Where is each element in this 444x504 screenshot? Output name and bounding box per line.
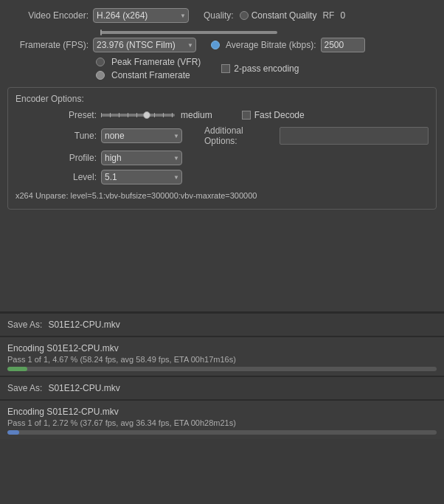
tune-select[interactable]: none film animation grain: [101, 128, 182, 143]
profile-select-wrapper: auto baseline main high high10: [101, 151, 182, 165]
preset-row: Preset: medium: [8, 107, 436, 123]
progress-fill-2: [7, 430, 19, 435]
encoder-options-title: Encoder Options:: [8, 94, 436, 107]
video-encoder-select[interactable]: H.264 (x264): [93, 8, 189, 23]
constant-framerate-label: Constant Framerate: [111, 70, 190, 80]
tick-8: [172, 113, 173, 117]
constant-framerate-radio[interactable]: [96, 71, 105, 80]
preset-thumb[interactable]: [143, 111, 150, 119]
tune-label: Tune:: [15, 131, 97, 141]
encoder-options-box: Encoder Options: Preset:: [7, 87, 437, 210]
progress-track-2: [7, 430, 437, 435]
peak-framerate-radio[interactable]: [96, 58, 105, 66]
video-encoder-row: Video Encoder: H.264 (x264) Quality: Con…: [0, 6, 444, 25]
preset-label: Preset:: [15, 110, 97, 120]
video-encoder-select-wrapper: H.264 (x264): [93, 8, 189, 23]
tick-6: [154, 113, 155, 117]
framerate-options-row: Peak Framerate (VFR) Constant Framerate …: [0, 55, 444, 83]
bitrate-section: Average Bitrate (kbps): 2500: [211, 38, 365, 52]
average-bitrate-label: Average Bitrate (kbps):: [226, 40, 316, 50]
tick-2: [119, 113, 119, 117]
progress-fill-1: [7, 367, 27, 371]
encoding-status-2: Pass 1 of 1, 2.72 % (37.67 fps, avg 36.3…: [7, 418, 437, 427]
level-row: Level: auto 5.0 5.1 5.2: [8, 168, 436, 187]
rf-slider-row: [0, 25, 444, 35]
level-label: Level:: [15, 172, 97, 182]
encoding-title-2: Encoding S01E12-CPU.mkv: [7, 407, 437, 417]
peak-framerate-row: Peak Framerate (VFR): [96, 57, 201, 67]
framerate-row: Framerate (FPS): 23.976 (NTSC Film) Aver…: [0, 35, 444, 55]
rf-slider-track: [100, 31, 277, 34]
constant-framerate-row: Constant Framerate: [96, 70, 201, 80]
fast-decode-section: Fast Decode: [242, 110, 305, 120]
video-encoder-label: Video Encoder:: [7, 10, 89, 21]
constant-quality-radio[interactable]: [240, 11, 249, 20]
tune-row: Tune: none film animation grain Addition…: [8, 123, 436, 148]
quality-section: Quality: Constant Quality RF 0: [204, 10, 345, 21]
rf-slider-container: [100, 27, 277, 34]
encoding-title-1: Encoding S01E12-CPU.mkv: [7, 343, 437, 353]
preset-value: medium: [181, 110, 212, 120]
save-as-value-1: S01E12-CPU.mkv: [48, 320, 119, 330]
framerate-select[interactable]: 23.976 (NTSC Film): [93, 38, 196, 52]
progress-track-1: [7, 367, 437, 371]
fast-decode-label: Fast Decode: [254, 110, 305, 120]
profile-label: Profile:: [15, 153, 97, 163]
preset-slider-track: [101, 114, 175, 117]
save-bar-2: Save As: S01E12-CPU.mkv: [0, 376, 444, 399]
tick-1: [110, 113, 111, 117]
two-pass-checkbox[interactable]: [221, 64, 230, 73]
encoder-panel: Video Encoder: H.264 (x264) Quality: Con…: [0, 0, 444, 312]
fast-decode-checkbox[interactable]: [242, 111, 251, 120]
peak-framerate-label: Peak Framerate (VFR): [111, 57, 201, 67]
rf-label: RF: [322, 10, 334, 21]
tick-7: [163, 113, 164, 117]
framerate-left: Framerate (FPS): 23.976 (NTSC Film): [7, 38, 196, 52]
level-select-wrapper: auto 5.0 5.1 5.2: [101, 170, 182, 184]
profile-select[interactable]: auto baseline main high high10: [101, 151, 182, 165]
profile-row: Profile: auto baseline main high high10: [8, 148, 436, 168]
tick-4: [136, 113, 137, 117]
additional-options-input[interactable]: [280, 127, 429, 145]
save-bar-1: Save As: S01E12-CPU.mkv: [0, 313, 444, 336]
level-select[interactable]: auto 5.0 5.1 5.2: [101, 170, 182, 184]
average-bitrate-radio[interactable]: [211, 41, 220, 49]
encoding-block-1: Encoding S01E12-CPU.mkv Pass 1 of 1, 4.6…: [0, 336, 444, 376]
tick-3: [128, 113, 128, 117]
additional-options-section: Additional Options:: [204, 125, 429, 146]
rf-value: 0: [340, 10, 345, 21]
encoder-bottom-space: [7, 214, 437, 303]
encoding-block-2: Encoding S01E12-CPU.mkv Pass 1 of 1, 2.7…: [0, 400, 444, 439]
quality-label: Quality:: [204, 10, 234, 21]
two-pass-label: 2-pass encoding: [234, 63, 299, 74]
rf-slider-left-tick: [100, 30, 102, 35]
save-as-value-2: S01E12-CPU.mkv: [48, 383, 119, 393]
two-pass-section: 2-pass encoding: [221, 63, 299, 74]
constant-quality-label: Constant Quality: [252, 10, 317, 21]
framerate-radios: Peak Framerate (VFR) Constant Framerate: [96, 57, 201, 80]
encoding-status-1: Pass 1 of 1, 4.67 % (58.24 fps, avg 58.4…: [7, 355, 437, 364]
unparse-text: x264 Unparse: level=5.1:vbv-bufsize=3000…: [8, 187, 436, 204]
preset-slider-container: [101, 109, 175, 121]
video-encoder-left: Video Encoder: H.264 (x264): [7, 8, 189, 23]
tune-select-wrapper: none film animation grain: [101, 128, 182, 143]
additional-options-label: Additional Options:: [204, 125, 275, 146]
tick-0: [101, 113, 102, 117]
framerate-select-wrapper: 23.976 (NTSC Film): [93, 38, 196, 52]
framerate-label: Framerate (FPS):: [7, 40, 89, 50]
average-bitrate-input[interactable]: 2500: [321, 38, 365, 52]
save-as-label-2: Save As:: [7, 383, 42, 393]
save-as-label-1: Save As:: [7, 320, 42, 330]
